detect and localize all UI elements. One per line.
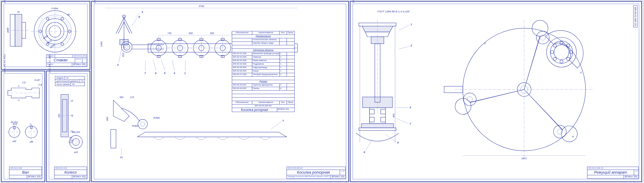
svg-point-192	[566, 57, 570, 61]
svg-text:10: 10	[120, 156, 123, 159]
svg-line-131	[172, 60, 175, 71]
svg-text:А: А	[30, 123, 31, 125]
svg-text:1: 1	[184, 72, 186, 74]
title-block-apparatus: 305.09.01.000 СБ Режущий аппарат1:4 ВГМХ…	[587, 167, 639, 179]
sheet-stakan: 305.09.01.003 ⌀290 70	[1, 1, 90, 70]
svg-text:9: 9	[364, 151, 365, 154]
drawing-apparatus: ГОСТ 1284-80 Б-1,4-2,120	[353, 4, 639, 179]
svg-text:ГОСТ 1284-80  Б-1,4-2,120: ГОСТ 1284-80 Б-1,4-2,120	[378, 10, 410, 13]
svg-line-163	[399, 25, 409, 31]
svg-text:70: 70	[17, 11, 20, 13]
part-title: Косилка роторная	[287, 170, 340, 175]
svg-text:R300: R300	[132, 124, 138, 127]
svg-rect-161	[359, 128, 396, 130]
svg-text:405: 405	[392, 114, 395, 118]
svg-text:4: 4	[484, 42, 486, 45]
gost-code: 305.09.01.000 СБ	[352, 0, 355, 3]
svg-text:75: 75	[71, 114, 73, 117]
svg-line-165	[399, 46, 409, 49]
svg-text:6 отв.: 6 отв.	[51, 7, 58, 10]
svg-text:⌀612: ⌀612	[521, 157, 527, 160]
svg-line-173	[386, 134, 396, 142]
part-title: Режущий аппарат	[587, 170, 634, 175]
gost-code: 305.09.00.000 ВО	[93, 0, 96, 3]
svg-text:2: 2	[117, 63, 119, 66]
svg-text:9: 9	[283, 119, 284, 122]
svg-text:⌀46 d19: ⌀46 d19	[72, 131, 80, 133]
svg-text:3: 3	[142, 10, 143, 13]
svg-text:⌀63: ⌀63	[74, 151, 78, 154]
svg-rect-157	[381, 109, 386, 114]
svg-text:2: 2	[410, 44, 412, 47]
svg-rect-160	[361, 124, 393, 128]
svg-point-180	[536, 31, 549, 44]
svg-text:309: 309	[119, 96, 123, 99]
svg-text:500: 500	[210, 32, 214, 35]
svg-text:⌀290: ⌀290	[6, 28, 9, 33]
gost-code: 305.09.01.001	[48, 54, 51, 73]
sheet-val: 305.09.01.002 172 3×45° 2 фаски А А	[1, 71, 45, 182]
svg-text:7: 7	[144, 72, 146, 74]
svg-point-183	[556, 128, 564, 135]
svg-text:⌀200: ⌀200	[42, 35, 48, 40]
svg-text:210: 210	[58, 114, 60, 118]
svg-text:6: 6	[397, 141, 399, 144]
title-block-koleso: 305.09.01.001 Колесо ВГМХА 331	[54, 167, 87, 179]
sheet-apparatus: 305.09.01.000 СБ ГОСТ 1284-80 Б-1,4-2,12…	[350, 1, 642, 182]
svg-text:2 фаски: 2 фаски	[38, 83, 42, 86]
svg-text:172: 172	[130, 96, 134, 99]
drawing-koleso: 210 16 75 24 h6 h14 h7 ⌀63 ⌀46 d19	[49, 74, 87, 179]
sheet-assembly: 305.09.00.000 ВО 3700 81	[91, 1, 349, 182]
svg-rect-156	[369, 109, 374, 114]
sheet-koleso: 305.09.01.001 модуль15 делительный диаме…	[46, 71, 90, 182]
drawing-assembly: 3700 815	[94, 4, 346, 179]
svg-point-196	[553, 44, 557, 47]
svg-point-191	[569, 51, 572, 54]
gost-code: 305.09.01.002	[3, 54, 6, 73]
title-block-stakan: Разраб.305.09.01.003 СтаканМасса1:2 Корп…	[46, 54, 87, 66]
svg-point-19	[46, 17, 49, 20]
svg-point-137	[138, 119, 148, 129]
edge-stamp: 305.09.01.000 СБ	[633, 5, 638, 27]
svg-text:h7: h7	[69, 141, 72, 144]
svg-point-182	[551, 123, 569, 140]
svg-text:8: 8	[572, 135, 574, 138]
svg-text:815: 815	[122, 53, 125, 57]
svg-text:А: А	[17, 85, 19, 88]
svg-text:1450: 1450	[100, 42, 103, 47]
svg-text:⌀9: ⌀9	[67, 13, 69, 16]
svg-line-171	[366, 140, 372, 150]
part-title: Вал	[9, 170, 42, 175]
svg-rect-154	[363, 97, 392, 108]
svg-text:850: 850	[106, 117, 109, 121]
drawing-val: 172 3×45° 2 фаски А А В-В ⌀40 b6 d19	[4, 74, 42, 179]
svg-text:3×45°: 3×45°	[34, 79, 41, 81]
svg-text:b6 d19: b6 d19	[11, 121, 18, 124]
svg-point-193	[560, 60, 563, 63]
svg-text:500: 500	[189, 32, 193, 35]
svg-rect-159	[381, 117, 386, 122]
svg-text:5: 5	[580, 71, 582, 74]
svg-text:8: 8	[138, 15, 140, 18]
svg-text:1: 1	[411, 23, 412, 26]
svg-line-127	[153, 60, 156, 71]
svg-line-121	[132, 18, 137, 26]
svg-line-169	[396, 118, 408, 124]
part-title: Колесо	[54, 170, 87, 175]
svg-point-138	[141, 122, 145, 126]
svg-text:4: 4	[174, 72, 175, 74]
svg-point-194	[553, 57, 557, 61]
svg-text:А: А	[17, 99, 19, 102]
svg-text:6: 6	[155, 72, 156, 74]
title-block-assembly: 305.09.00.000 ВО Косилка роторная1:10 Ка…	[287, 167, 346, 179]
svg-text:R350: R350	[153, 116, 160, 119]
svg-point-186	[547, 37, 576, 67]
title-block-val: 305.09.01.002 Вал ВГМХА 331	[9, 167, 42, 179]
svg-text:⌀50: ⌀50	[30, 140, 34, 143]
svg-point-188	[554, 45, 569, 60]
svg-text:5: 5	[164, 72, 166, 74]
svg-point-189	[560, 41, 563, 44]
bom-table: Обозначение Наименование Кол. Прим. Доку…	[232, 31, 295, 112]
svg-rect-158	[369, 117, 374, 122]
svg-text:⌀40: ⌀40	[12, 140, 16, 143]
